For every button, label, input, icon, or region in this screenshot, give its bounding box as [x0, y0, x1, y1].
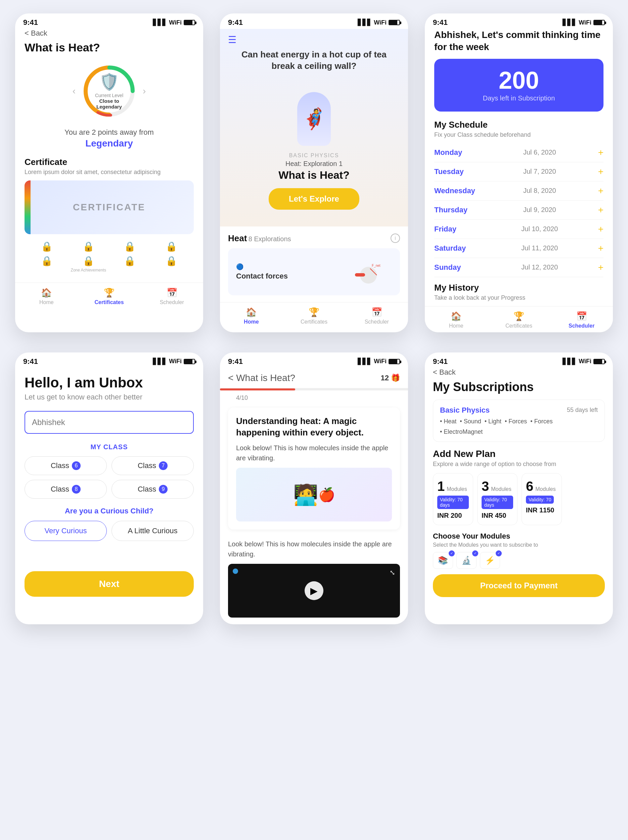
- topic-light: • Light: [485, 418, 501, 425]
- nav-home-2[interactable]: 🏠 Home: [220, 307, 283, 325]
- right-arrow[interactable]: ›: [139, 86, 149, 96]
- expand-icon[interactable]: ⤡: [390, 568, 395, 576]
- certificate-preview: CERTIFICATE: [25, 180, 194, 234]
- add-wednesday[interactable]: +: [598, 185, 603, 196]
- certificates-icon-2: 🏆: [308, 307, 320, 317]
- hello-subtitle: Let us get to know each other better: [25, 393, 194, 401]
- nav-scheduler-1[interactable]: 📅 Scheduler: [140, 287, 203, 305]
- legendary-text: Legendary: [25, 138, 194, 149]
- wifi-icon-2: WiFi: [374, 19, 387, 26]
- left-arrow[interactable]: ‹: [69, 86, 79, 96]
- class-9-btn[interactable]: Class 9: [112, 480, 194, 499]
- wifi-icon-3: WiFi: [579, 19, 592, 26]
- sub-days: 55 days left: [567, 407, 598, 414]
- schedule-item-wednesday: Wednesday Jul 8, 2020 +: [434, 182, 603, 201]
- day-wednesday: Wednesday: [434, 186, 481, 195]
- lock-label: Zone Achievements: [71, 268, 106, 273]
- hero-figure: 🦸: [297, 92, 331, 146]
- date-tuesday: Jul 7, 2020: [523, 168, 556, 175]
- topic-electromagnet: • ElectroMagnet: [440, 428, 483, 436]
- little-curious-btn[interactable]: A Little Curious: [112, 521, 194, 541]
- class-8-btn[interactable]: Class 8: [25, 480, 107, 499]
- reading-card: Understanding heat: A magic happening wi…: [228, 407, 400, 530]
- module-chip-2[interactable]: ✓ 🔬: [456, 552, 477, 569]
- plan-card-3[interactable]: 6 Modules Validity: 70 INR 1150: [521, 473, 562, 525]
- lock-item: 🔒: [111, 241, 149, 252]
- time-2: 9:41: [228, 18, 243, 27]
- status-bar-1: 9:41 ▋▋▋ WiFi: [15, 13, 203, 29]
- next-button[interactable]: Next: [25, 571, 194, 597]
- badge-count: 12: [381, 374, 389, 382]
- add-tuesday[interactable]: +: [598, 166, 603, 177]
- screen1-frame: 9:41 ▋▋▋ WiFi < Back What is Heat? ‹: [15, 13, 203, 332]
- class-8-badge: 8: [72, 485, 80, 494]
- chip-emoji-3: ⚡: [485, 556, 495, 565]
- day-monday: Monday: [434, 148, 481, 157]
- video-dot: [233, 568, 238, 574]
- plan1-validity: Validity: 70 days: [437, 496, 469, 509]
- nav-certificates-1[interactable]: 🏆 Certificates: [78, 287, 141, 305]
- play-button[interactable]: ▶: [305, 581, 323, 600]
- history-heading: My History: [434, 283, 603, 293]
- nav-home-3[interactable]: 🏠 Home: [425, 311, 488, 329]
- cert-stripe: [25, 180, 31, 234]
- back-button-6[interactable]: < Back: [433, 368, 605, 377]
- add-monday[interactable]: +: [598, 147, 603, 158]
- hamburger-menu[interactable]: ☰: [228, 34, 236, 45]
- lock-item: 🔒: [153, 255, 191, 273]
- back-button-1[interactable]: < Back: [25, 29, 194, 38]
- info-icon[interactable]: i: [390, 234, 400, 243]
- status-icons-3: ▋▋▋ WiFi: [562, 19, 605, 26]
- module-chips: ✓ 📚 ✓ 🔬 ✓ ⚡: [433, 552, 605, 569]
- nav-sched-label-3: Scheduler: [568, 323, 594, 329]
- very-curious-btn[interactable]: Very Curious: [25, 521, 107, 541]
- sub-card-header: Basic Physics 55 days left: [440, 406, 598, 415]
- nav-certificates-3[interactable]: 🏆 Certificates: [488, 311, 551, 329]
- nav-home-label-2: Home: [244, 319, 258, 325]
- topic-heat: • Heat: [440, 418, 456, 425]
- level-icon: 🛡️ Current Level Close to Legendary: [94, 73, 124, 109]
- days-subtitle: Days left in Subscription: [444, 95, 593, 102]
- nav-scheduler-3[interactable]: 📅 Scheduler: [550, 311, 613, 329]
- status-icons-2: ▋▋▋ WiFi: [358, 19, 400, 26]
- reading-heading: Understanding heat: A magic happening wi…: [236, 415, 392, 439]
- add-plan-sub: Explore a wide range of option to choose…: [433, 461, 605, 468]
- video-player[interactable]: ⤡ ▶: [228, 564, 400, 617]
- current-level-value: Close to Legendary: [94, 98, 124, 109]
- contact-forces-left: 🔵 Contact forces: [236, 263, 288, 281]
- module-chip-1[interactable]: ✓ 📚: [433, 552, 453, 569]
- signal-icon-3: ▋▋▋: [562, 19, 577, 26]
- add-saturday[interactable]: +: [598, 243, 603, 254]
- plan-card-2[interactable]: 3 Modules Validity: 70 days INR 450: [477, 473, 518, 525]
- chip-check-icon-2: ✓: [472, 550, 478, 556]
- explore-question: Can heat energy in a hot cup of tea brea…: [230, 49, 398, 72]
- name-input[interactable]: [25, 411, 194, 434]
- points-away-text: You are 2 points away from: [25, 128, 194, 137]
- nav-certs-label-1: Certificates: [94, 299, 124, 305]
- nav-home-label-3: Home: [449, 323, 463, 329]
- bottom-nav-2: 🏠 Home 🏆 Certificates 📅 Scheduler: [220, 302, 408, 328]
- back-button-5[interactable]: < What is Heat?: [228, 373, 295, 384]
- proceed-payment-button[interactable]: Proceed to Payment: [433, 574, 605, 597]
- explore-button[interactable]: Let's Explore: [269, 188, 359, 210]
- page-title-1: What is Heat?: [25, 41, 194, 54]
- wifi-icon-4: WiFi: [169, 358, 182, 365]
- plan-card-1[interactable]: 1 Modules Validity: 70 days INR 200: [433, 473, 473, 525]
- add-friday[interactable]: +: [598, 224, 603, 235]
- add-thursday[interactable]: +: [598, 205, 603, 215]
- nav-certificates-2[interactable]: 🏆 Certificates: [283, 307, 346, 325]
- class-7-btn[interactable]: Class 7: [112, 456, 194, 475]
- forces-visual: F_net: [352, 258, 392, 285]
- nav-scheduler-2[interactable]: 📅 Scheduler: [345, 307, 408, 325]
- module-chip-3[interactable]: ✓ ⚡: [480, 552, 500, 569]
- row2-screens: 9:41 ▋▋▋ WiFi Hello, I am Unbox Let us g…: [13, 352, 615, 625]
- screen6-content: < Back My Subscriptions Basic Physics 55…: [425, 368, 613, 604]
- nav-home-1[interactable]: 🏠 Home: [15, 287, 78, 305]
- lock-icon: 🔒: [124, 241, 136, 252]
- time-3: 9:41: [433, 18, 448, 27]
- class-9-label: Class: [138, 485, 156, 494]
- add-sunday[interactable]: +: [598, 262, 603, 273]
- topic-forces1: • Forces: [505, 418, 527, 425]
- class-6-btn[interactable]: Class 6: [25, 456, 107, 475]
- status-bar-4: 9:41 ▋▋▋ WiFi: [15, 352, 203, 368]
